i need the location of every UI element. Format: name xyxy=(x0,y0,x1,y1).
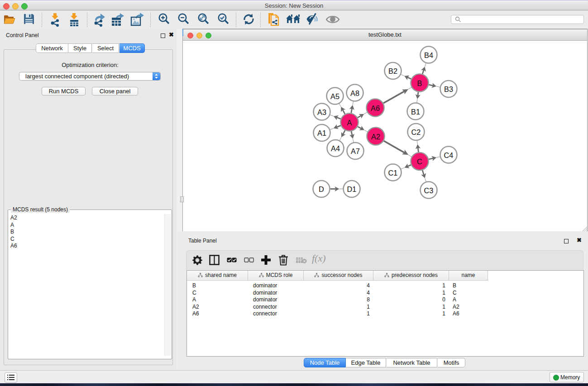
svg-text:B4: B4 xyxy=(424,51,433,59)
svg-text:C3: C3 xyxy=(424,186,434,195)
svg-text:A1: A1 xyxy=(317,129,326,137)
svg-text:B1: B1 xyxy=(411,108,420,116)
svg-text:A4: A4 xyxy=(331,144,340,152)
svg-text:A7: A7 xyxy=(351,147,360,155)
svg-text:A3: A3 xyxy=(317,108,326,116)
svg-text:B: B xyxy=(417,79,422,87)
svg-text:D1: D1 xyxy=(347,185,357,193)
svg-text:A2: A2 xyxy=(371,133,380,141)
svg-text:B2: B2 xyxy=(388,67,397,75)
svg-text:A: A xyxy=(347,119,352,127)
svg-text:C2: C2 xyxy=(411,128,421,136)
svg-text:C4: C4 xyxy=(444,151,454,159)
svg-text:D: D xyxy=(319,185,324,193)
svg-text:C: C xyxy=(417,157,422,166)
svg-text:A8: A8 xyxy=(350,89,359,97)
svg-text:A5: A5 xyxy=(330,92,339,100)
svg-text:C1: C1 xyxy=(388,169,398,177)
svg-text:B3: B3 xyxy=(444,85,453,93)
svg-text:A6: A6 xyxy=(371,104,380,112)
